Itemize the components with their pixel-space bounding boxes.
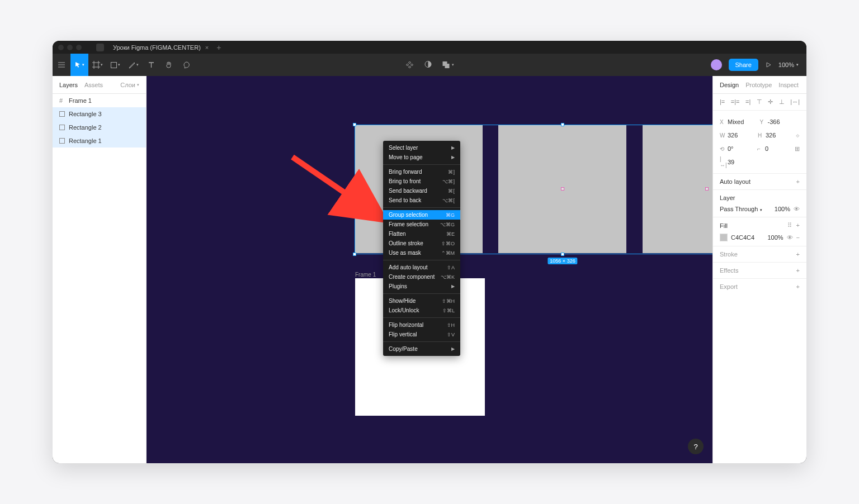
radius-input[interactable]: 0 — [765, 145, 795, 152]
ctx-add-auto-layout[interactable]: Add auto layout⇧A — [383, 263, 460, 272]
menu-separator — [383, 164, 460, 165]
traffic-max[interactable] — [76, 45, 82, 50]
submenu-arrow-icon: ▶ — [451, 284, 455, 289]
tab-inspect[interactable]: Inspect — [778, 82, 798, 88]
align-vcenter-icon[interactable]: ✛ — [768, 98, 773, 106]
tab-layers[interactable]: Layers — [59, 82, 78, 88]
align-left-icon[interactable]: |= — [720, 98, 725, 106]
gap-input[interactable]: 39 — [728, 159, 800, 165]
fill-swatch[interactable] — [720, 234, 728, 241]
share-button[interactable]: Share — [729, 59, 758, 71]
layer-item-rect[interactable]: Rectangle 3 — [53, 107, 146, 121]
add-stroke-icon[interactable]: + — [796, 251, 800, 258]
ctx-use-as-mask[interactable]: Use as mask⌃⌘M — [383, 248, 460, 258]
menu-separator — [383, 293, 460, 294]
traffic-close[interactable] — [58, 45, 64, 50]
layer-item-rect[interactable]: Rectangle 2 — [53, 121, 146, 134]
independent-corners-icon[interactable]: ⊞ — [795, 145, 800, 153]
visibility-icon[interactable]: 👁 — [794, 206, 800, 212]
dimensions-badge: 1056 × 326 — [548, 258, 577, 264]
ctx-bring-forward[interactable]: Bring forward⌘] — [383, 167, 460, 177]
fill-opacity-input[interactable]: 100% — [767, 234, 783, 241]
frame-tool-icon[interactable]: ▾ — [88, 54, 106, 76]
frame-label[interactable]: Frame 1 — [355, 272, 376, 278]
ctx-lock-unlock[interactable]: Lock/Unlock⇧⌘L — [383, 306, 460, 315]
opacity-input[interactable]: 100% — [775, 206, 790, 212]
y-input[interactable]: -366 — [768, 118, 800, 125]
ctx-plugins[interactable]: Plugins▶ — [383, 282, 460, 291]
new-tab-button[interactable]: + — [216, 43, 221, 52]
h-input[interactable]: 326 — [766, 132, 796, 139]
fill-styles-icon[interactable]: ⠿ — [787, 222, 792, 229]
constrain-proportions-icon[interactable]: ⟐ — [796, 132, 800, 139]
user-avatar[interactable] — [711, 59, 722, 70]
tab-design[interactable]: Design — [720, 82, 739, 88]
add-fill-icon[interactable]: + — [796, 222, 800, 229]
canvas[interactable]: 1056 × 326 Frame 1 Select layer▶ Move to… — [147, 76, 712, 463]
zoom-control[interactable]: 100% ▾ — [778, 61, 799, 68]
blend-mode-dropdown[interactable]: Pass Through ▾ — [720, 206, 762, 212]
hand-tool-icon[interactable] — [160, 54, 178, 76]
move-tool-icon[interactable]: ▾ — [70, 54, 88, 76]
ctx-outline-stroke[interactable]: Outline stroke⇧⌘O — [383, 239, 460, 248]
figma-logo-icon[interactable] — [96, 44, 104, 51]
document-tab[interactable]: Уроки Figma (FIGMA.CENTER) × — [108, 41, 213, 54]
canvas-rectangle[interactable] — [643, 125, 712, 253]
layer-item-frame[interactable]: # Frame 1 — [53, 94, 146, 107]
ctx-create-component[interactable]: Create component⌥⌘K — [383, 272, 460, 282]
rotation-input[interactable]: 0° — [728, 145, 757, 152]
ctx-send-backward[interactable]: Send backward⌘[ — [383, 186, 460, 196]
ctx-flip-horizontal[interactable]: Flip horizontal⇧H — [383, 320, 460, 330]
fill-hex-input[interactable]: C4C4C4 — [731, 234, 754, 241]
ctx-flip-vertical[interactable]: Flip vertical⇧V — [383, 330, 460, 339]
svg-rect-3 — [445, 64, 450, 68]
ctx-show-hide[interactable]: Show/Hide⇧⌘H — [383, 296, 460, 306]
add-autolayout-icon[interactable]: + — [796, 178, 800, 185]
traffic-min[interactable] — [67, 45, 73, 50]
tab-assets[interactable]: Assets — [84, 82, 103, 88]
w-input[interactable]: 326 — [728, 132, 758, 139]
layer-label: Rectangle 1 — [69, 137, 102, 144]
canvas-rectangle[interactable] — [498, 125, 626, 253]
align-right-icon[interactable]: =| — [745, 98, 751, 106]
resize-handle[interactable] — [561, 123, 564, 126]
text-tool-icon[interactable] — [142, 54, 160, 76]
export-section: Export + — [713, 279, 806, 294]
component-tool-icon[interactable] — [405, 60, 414, 69]
ctx-group-selection[interactable]: Group selection⌘G — [383, 210, 460, 220]
resize-handle[interactable] — [353, 253, 356, 256]
visibility-icon[interactable]: 👁 — [787, 234, 793, 241]
ctx-select-layer[interactable]: Select layer▶ — [383, 143, 460, 153]
align-bottom-icon[interactable]: ⊥ — [779, 98, 785, 106]
hamburger-menu-icon[interactable] — [53, 54, 70, 76]
ctx-copy-paste[interactable]: Copy/Paste▶ — [383, 344, 460, 354]
distribute-icon[interactable]: |↔| — [790, 98, 800, 106]
layer-item-rect[interactable]: Rectangle 1 — [53, 134, 146, 148]
submenu-arrow-icon: ▶ — [451, 145, 455, 150]
resize-handle[interactable] — [353, 188, 356, 191]
resize-handle[interactable] — [561, 253, 564, 256]
x-input[interactable]: Mixed — [728, 118, 760, 125]
ctx-frame-selection[interactable]: Frame selection⌥⌘G — [383, 220, 460, 229]
help-button[interactable]: ? — [688, 439, 704, 454]
pages-dropdown[interactable]: Слои ▾ — [120, 82, 139, 88]
align-hcenter-icon[interactable]: =|= — [731, 98, 740, 106]
add-effect-icon[interactable]: + — [796, 267, 800, 274]
align-top-icon[interactable]: ⊤ — [757, 98, 762, 106]
shape-tool-icon[interactable]: ▾ — [106, 54, 124, 76]
mask-tool-icon[interactable] — [424, 60, 432, 69]
ctx-move-to-page[interactable]: Move to page▶ — [383, 153, 460, 162]
ctx-flatten[interactable]: Flatten⌘E — [383, 229, 460, 239]
comment-tool-icon[interactable] — [178, 54, 196, 76]
ctx-bring-to-front[interactable]: Bring to front⌥⌘] — [383, 177, 460, 186]
radius-icon: ⌐ — [757, 146, 765, 152]
close-tab-icon[interactable]: × — [205, 44, 209, 51]
ctx-send-to-back[interactable]: Send to back⌥⌘[ — [383, 196, 460, 205]
remove-fill-icon[interactable]: − — [796, 234, 800, 241]
add-export-icon[interactable]: + — [796, 283, 800, 290]
tab-prototype[interactable]: Prototype — [745, 82, 772, 88]
pen-tool-icon[interactable]: ▾ — [124, 54, 142, 76]
boolean-tool-icon[interactable]: ▾ — [442, 60, 454, 69]
resize-handle[interactable] — [353, 123, 356, 126]
present-icon[interactable] — [765, 61, 772, 68]
